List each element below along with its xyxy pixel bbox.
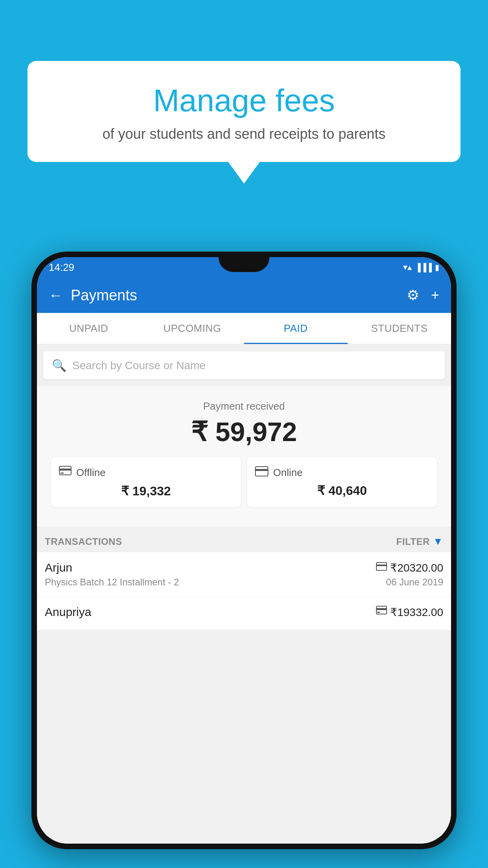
payment-received-label: Payment received [45, 400, 443, 412]
transaction-row[interactable]: Arjun ₹20320.00 [37, 552, 451, 597]
search-container[interactable]: 🔍 Search by Course or Name [43, 351, 445, 379]
svg-rect-4 [255, 469, 268, 471]
tab-paid[interactable]: PAID [244, 313, 348, 344]
filter-icon: ▼ [433, 535, 443, 548]
tab-upcoming[interactable]: UPCOMING [141, 313, 244, 344]
transaction-name: Anupriya [45, 605, 91, 619]
tabs: UNPAID UPCOMING PAID STUDENTS [37, 313, 451, 344]
offline-card-header: Offline [59, 466, 233, 480]
settings-icon[interactable]: ⚙ [407, 287, 419, 303]
transaction-amount: ₹19332.00 [390, 606, 443, 619]
filter-label: FILTER [396, 536, 430, 547]
transactions-header: TRANSACTIONS FILTER ▼ [37, 527, 451, 552]
online-amount: ₹ 40,640 [255, 483, 429, 498]
add-icon[interactable]: + [431, 287, 439, 303]
svg-rect-6 [376, 565, 387, 566]
transaction-amount-container: ₹20320.00 [376, 561, 443, 574]
header-title: Payments [71, 287, 407, 304]
offline-card: Offline ₹ 19,332 [51, 457, 241, 507]
wifi-icon: ▾▴ [403, 262, 412, 272]
tab-students[interactable]: STUDENTS [348, 313, 451, 344]
search-icon: 🔍 [52, 359, 66, 372]
transaction-row-top: Anupriya ₹19332.00 [45, 605, 443, 619]
payment-summary: Payment received ₹ 59,972 [37, 386, 451, 527]
app-content: 🔍 Search by Course or Name Payment recei… [37, 344, 451, 844]
offline-amount: ₹ 19,332 [59, 484, 233, 498]
payment-total-amount: ₹ 59,972 [45, 416, 443, 447]
background: Manage fees of your students and send re… [0, 0, 488, 868]
signal-icon: ▐▐▐ [415, 263, 432, 272]
header-icons: ⚙ + [407, 287, 439, 303]
status-icons: ▾▴ ▐▐▐ ▮ [403, 262, 439, 272]
transaction-mode-icon-offline [376, 606, 387, 618]
svg-rect-1 [59, 469, 71, 471]
online-card: Online ₹ 40,640 [247, 457, 437, 507]
transactions-label: TRANSACTIONS [45, 536, 122, 547]
transaction-amount-container: ₹19332.00 [376, 606, 443, 619]
svg-rect-2 [61, 473, 64, 474]
filter-button[interactable]: FILTER ▼ [396, 535, 443, 548]
search-input[interactable]: Search by Course or Name [72, 359, 205, 372]
back-button[interactable]: ← [49, 287, 63, 303]
offline-label: Offline [76, 467, 106, 479]
transaction-row-bottom: Physics Batch 12 Installment - 2 06 June… [45, 577, 443, 588]
phone-notch [218, 257, 270, 272]
online-card-header: Online [255, 466, 429, 479]
transaction-amount: ₹20320.00 [390, 561, 443, 574]
transaction-row[interactable]: Anupriya ₹19332.00 [37, 597, 451, 630]
tab-unpaid[interactable]: UNPAID [37, 313, 141, 344]
online-icon [255, 466, 268, 479]
phone-screen: 14:29 ▾▴ ▐▐▐ ▮ ← Payments ⚙ + [37, 257, 451, 844]
speech-bubble-title: Manage fees [51, 83, 437, 119]
transaction-name: Arjun [45, 561, 72, 574]
speech-bubble: Manage fees of your students and send re… [28, 61, 460, 162]
svg-rect-9 [377, 612, 380, 613]
svg-rect-3 [255, 467, 268, 476]
speech-bubble-subtitle: of your students and send receipts to pa… [51, 126, 437, 142]
transaction-mode-icon [376, 562, 387, 573]
speech-bubble-wrapper: Manage fees of your students and send re… [28, 61, 460, 184]
transaction-date: 06 June 2019 [386, 577, 443, 588]
payment-cards: Offline ₹ 19,332 [45, 457, 443, 515]
transaction-course: Physics Batch 12 Installment - 2 [45, 577, 179, 588]
online-label: Online [273, 467, 303, 479]
speech-bubble-tail [228, 162, 260, 184]
status-time: 14:29 [49, 261, 74, 274]
offline-icon [59, 466, 72, 480]
transaction-row-top: Arjun ₹20320.00 [45, 561, 443, 574]
svg-rect-8 [376, 608, 387, 610]
battery-icon: ▮ [435, 263, 439, 272]
svg-rect-5 [376, 563, 387, 570]
phone: 14:29 ▾▴ ▐▐▐ ▮ ← Payments ⚙ + [31, 252, 457, 849]
app-header: ← Payments ⚙ + [37, 278, 451, 313]
phone-wrapper: 14:29 ▾▴ ▐▐▐ ▮ ← Payments ⚙ + [31, 252, 457, 868]
